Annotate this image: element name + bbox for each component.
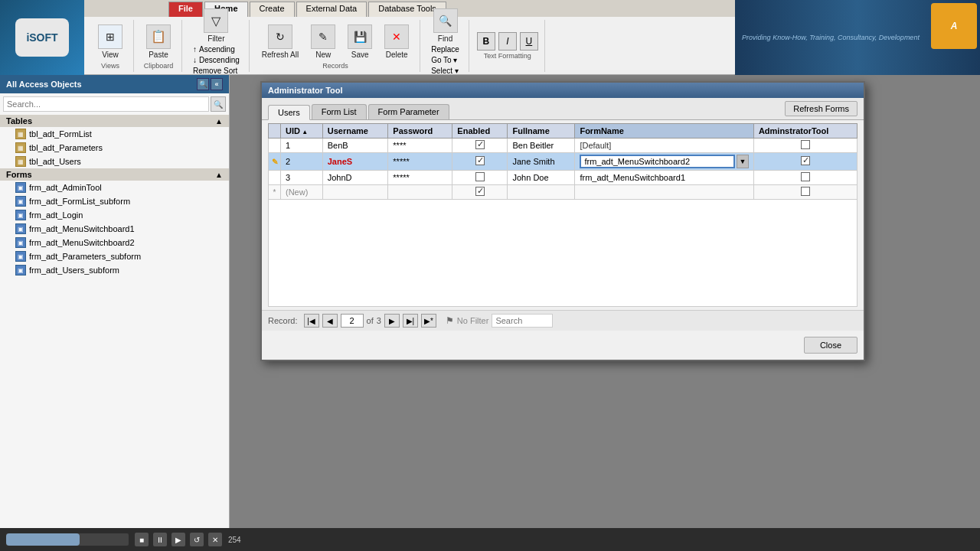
bold-button[interactable]: B: [477, 32, 495, 51]
form-icon: ▣: [15, 196, 26, 207]
record-label: Record:: [268, 316, 298, 325]
nav-first-button[interactable]: |◀: [304, 314, 319, 328]
table-icon: ▦: [15, 129, 26, 139]
password-2[interactable]: *****: [388, 153, 452, 171]
col-fullname[interactable]: Fullname: [508, 124, 575, 139]
username-new[interactable]: [322, 185, 388, 200]
formname-new[interactable]: [575, 185, 753, 200]
nav-last-button[interactable]: ▶|: [403, 314, 418, 328]
status-counter: 254: [228, 536, 241, 544]
refresh-forms-button[interactable]: Refresh Forms: [785, 101, 858, 116]
username-1[interactable]: BenB: [322, 139, 388, 153]
goto-button[interactable]: Go To ▾: [428, 55, 462, 65]
view-button[interactable]: ⊞ View: [93, 23, 127, 60]
col-password[interactable]: Password: [388, 124, 452, 139]
enabled-new[interactable]: [452, 185, 508, 200]
media-play-button[interactable]: ▶: [172, 533, 185, 546]
tab-file[interactable]: File: [168, 2, 203, 17]
formname-3[interactable]: frm_adt_MenuSwitchboard1: [575, 171, 753, 185]
find-button[interactable]: 🔍 Find: [429, 7, 462, 44]
forms-label: Forms: [6, 170, 32, 179]
checkbox-unchecked-icon: [475, 172, 485, 181]
tree-item-tbl-users[interactable]: ▦ tbl_adt_Users: [0, 155, 229, 168]
password-new[interactable]: [388, 185, 452, 200]
tab-external-data[interactable]: External Data: [296, 2, 368, 17]
media-rewind-button[interactable]: ↺: [190, 533, 204, 546]
tree-item-frm-menuswitchboard1[interactable]: ▣ frm_adt_MenuSwitchboard1: [0, 222, 229, 236]
formname-2-cell[interactable]: frm_adt_MenuSwitchboard2 ▼: [575, 153, 753, 171]
media-stop-button[interactable]: ■: [135, 533, 149, 546]
refresh-all-button[interactable]: ↻ Refresh All: [257, 23, 303, 60]
underline-button[interactable]: U: [520, 32, 538, 51]
descending-button[interactable]: ↓ Descending: [190, 55, 243, 65]
checkbox-checked-icon: [475, 156, 485, 165]
admintool-3[interactable]: [753, 171, 857, 185]
italic-button[interactable]: I: [498, 32, 517, 51]
dropdown-arrow-icon[interactable]: ▼: [737, 155, 749, 168]
paste-button[interactable]: 📋 Paste: [142, 23, 175, 60]
checkbox-checked-icon: [475, 140, 485, 149]
nav-new-button[interactable]: ▶*: [421, 314, 436, 328]
admintool-new[interactable]: [753, 185, 857, 200]
formname-1[interactable]: [Default]: [575, 139, 753, 153]
save-button[interactable]: 💾 Save: [343, 23, 377, 60]
dialog-title: Administrator Tool: [268, 86, 343, 95]
tree-item-frm-formlist-subform[interactable]: ▣ frm_adt_FormList_subform: [0, 194, 229, 208]
media-pause-button[interactable]: ⏸: [153, 533, 167, 546]
col-indicator: [269, 124, 281, 139]
admintool-1[interactable]: [753, 139, 857, 153]
access-logo: A: [931, 3, 977, 49]
new-record-button[interactable]: ✎ New: [306, 23, 340, 60]
tree-item-frm-menuswitchboard2[interactable]: ▣ frm_adt_MenuSwitchboard2: [0, 236, 229, 249]
nav-next-button[interactable]: ▶: [384, 314, 400, 328]
fullname-3[interactable]: John Doe: [508, 171, 575, 185]
media-close-button[interactable]: ✕: [208, 533, 222, 546]
record-number-input[interactable]: [341, 314, 364, 328]
admintool-2[interactable]: [753, 153, 857, 171]
tree-item-frm-users-subform[interactable]: ▣ frm_adt_Users_subform: [0, 263, 229, 277]
formname-dropdown-value[interactable]: frm_adt_MenuSwitchboard2: [580, 155, 734, 168]
username-2[interactable]: JaneS: [322, 153, 388, 171]
fullname-1[interactable]: Ben Beitler: [508, 139, 575, 153]
fullname-new[interactable]: [508, 185, 575, 200]
tree-item-frm-parameters-subform[interactable]: ▣ frm_adt_Parameters_subform: [0, 249, 229, 263]
enabled-2[interactable]: [452, 153, 508, 171]
nav-search-input[interactable]: [492, 314, 553, 328]
tab-users[interactable]: Users: [268, 105, 310, 120]
search-input[interactable]: [3, 96, 209, 112]
forms-toggle[interactable]: ▲: [215, 171, 223, 179]
tab-create[interactable]: Create: [250, 2, 295, 17]
delete-button[interactable]: ✕ Delete: [380, 23, 413, 60]
close-button[interactable]: Close: [804, 337, 858, 354]
filter-button[interactable]: ▽ Filter: [199, 7, 233, 44]
tables-toggle[interactable]: ▲: [215, 117, 223, 126]
dialog: Administrator Tool Users Form List Form …: [260, 81, 865, 361]
col-uid[interactable]: UID: [281, 124, 323, 139]
col-formname[interactable]: FormName: [575, 124, 753, 139]
tab-form-parameter[interactable]: Form Parameter: [368, 104, 449, 119]
col-admintool[interactable]: AdminstratorTool: [753, 124, 857, 139]
password-1[interactable]: ****: [388, 139, 452, 153]
ascending-button[interactable]: ↑ Ascending: [190, 44, 243, 54]
nav-prev-button[interactable]: ◀: [322, 314, 338, 328]
panel-search-icon[interactable]: 🔍: [197, 78, 209, 90]
tree-item-frm-admintool[interactable]: ▣ frm_adt_AdminTool: [0, 181, 229, 194]
col-enabled[interactable]: Enabled: [452, 124, 508, 139]
panel-collapse-icon[interactable]: «: [211, 78, 223, 90]
enabled-3[interactable]: [452, 171, 508, 185]
username-3[interactable]: JohnD: [322, 171, 388, 185]
replace-button[interactable]: Replace: [428, 44, 462, 54]
password-3[interactable]: *****: [388, 171, 452, 185]
forms-section-header: Forms ▲: [0, 168, 229, 181]
enabled-1[interactable]: [452, 139, 508, 153]
search-button[interactable]: 🔍: [211, 96, 226, 112]
tree-item-tbl-formlist[interactable]: ▦ tbl_adt_FormList: [0, 127, 229, 141]
tree-item-frm-login[interactable]: ▣ frm_adt_Login: [0, 208, 229, 222]
form-icon: ▣: [15, 237, 26, 248]
fullname-2[interactable]: Jane Smith: [508, 153, 575, 171]
col-username[interactable]: Username: [322, 124, 388, 139]
tab-form-list[interactable]: Form List: [312, 104, 367, 119]
ribbon-group-clipboard: 📋 Paste Clipboard: [136, 20, 182, 72]
tree-item-tbl-parameters[interactable]: ▦ tbl_adt_Parameters: [0, 141, 229, 155]
navigation-bar: Record: |◀ ◀ of 3 ▶ ▶| ▶* ⚑ No Filter: [262, 310, 864, 331]
